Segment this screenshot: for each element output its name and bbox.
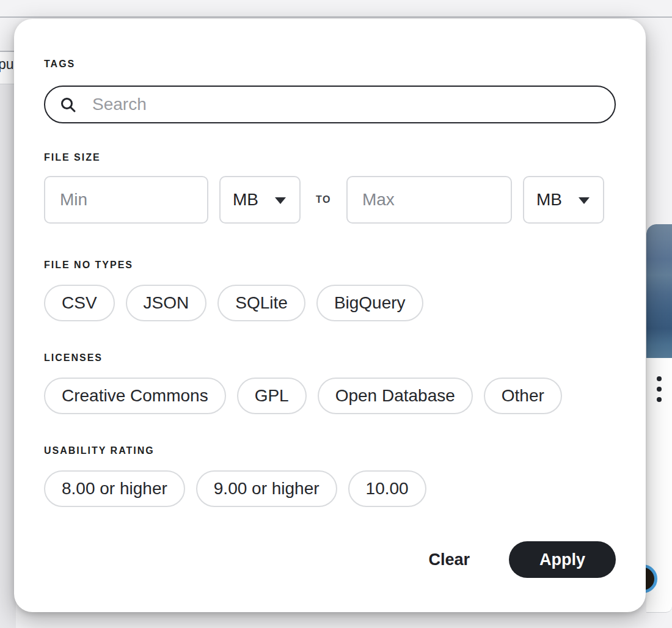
apply-button[interactable]: Apply <box>509 541 616 578</box>
unit-value: MB <box>233 190 258 210</box>
clear-button[interactable]: Clear <box>428 550 470 569</box>
modal-footer: Clear Apply <box>44 541 616 578</box>
file-type-pill[interactable]: JSON <box>126 285 207 321</box>
usability-pill[interactable]: 8.00 or higher <box>44 470 185 507</box>
usability-pill[interactable]: 10.00 <box>348 470 426 507</box>
file-size-min-unit-select[interactable]: MB <box>219 176 301 224</box>
dropdown-caret-icon <box>579 197 590 204</box>
licenses-options: Creative CommonsGPLOpen DatabaseOther <box>44 378 616 414</box>
tags-section-label: TAGS <box>44 58 616 70</box>
licenses-section-label: LICENSES <box>44 352 616 363</box>
file-size-max-unit-select[interactable]: MB <box>523 176 604 224</box>
kebab-menu-icon[interactable] <box>656 376 663 402</box>
screen: pu TAGS FILE SIZE MB <box>0 0 672 628</box>
dropdown-caret-icon <box>275 197 286 204</box>
filters-modal: TAGS FILE SIZE MB TO MB FILE NO TYPES CS… <box>14 19 646 612</box>
license-pill[interactable]: Other <box>484 378 562 414</box>
license-pill[interactable]: GPL <box>237 378 307 414</box>
file-type-pill[interactable]: BigQuery <box>316 285 423 321</box>
search-icon <box>60 97 76 113</box>
tag-search-bar[interactable] <box>44 86 616 123</box>
file-types-section-label: FILE NO TYPES <box>44 259 616 271</box>
license-pill[interactable]: Creative Commons <box>44 378 226 414</box>
file-type-pill[interactable]: CSV <box>44 285 115 321</box>
tag-search-input[interactable] <box>92 95 615 114</box>
file-size-row: MB TO MB <box>44 176 616 224</box>
file-size-min-input[interactable] <box>44 176 208 224</box>
dataset-card-partial <box>646 224 672 613</box>
usability-section-label: USABILITY RATING <box>44 445 616 456</box>
clipped-background-text: pu <box>0 56 14 73</box>
page-top-divider <box>0 16 672 18</box>
usability-pill[interactable]: 9.00 or higher <box>196 470 337 507</box>
file-type-pill[interactable]: SQLite <box>217 285 305 321</box>
file-size-max-input[interactable] <box>346 176 512 224</box>
to-label: TO <box>316 194 331 205</box>
usability-options: 8.00 or higher9.00 or higher10.00 <box>44 470 616 507</box>
license-pill[interactable]: Open Database <box>318 378 473 414</box>
file-types-options: CSVJSONSQLiteBigQuery <box>44 285 616 321</box>
dataset-card-thumbnail <box>646 224 672 358</box>
unit-value: MB <box>536 190 562 210</box>
file-size-section-label: FILE SIZE <box>44 152 616 163</box>
